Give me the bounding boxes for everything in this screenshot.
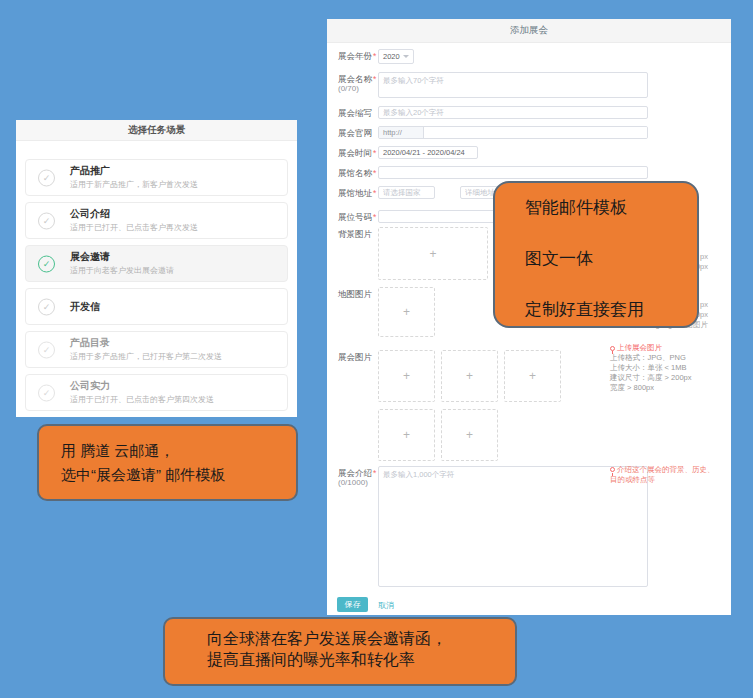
website-input[interactable]: [424, 127, 647, 138]
time-range-input[interactable]: [378, 146, 478, 159]
scenario-card-title: 公司介绍: [70, 208, 287, 220]
plus-icon: +: [529, 369, 536, 383]
venue-input[interactable]: [378, 166, 648, 179]
scenario-card-desc: 适用于向老客户发出展会邀请: [70, 265, 287, 276]
name-label: 展会名称* (0/70): [338, 72, 378, 94]
scenario-card[interactable]: ✓ 产品目录 适用于多产品推广，已打开客户第二次发送: [25, 331, 288, 368]
venue-label: 展馆名称*: [338, 166, 378, 178]
intro-counter: (0/1000): [338, 478, 378, 488]
scenario-card-desc: 适用于多产品推广，已打开客户第二次发送: [70, 351, 287, 362]
time-label: 展会时间*: [338, 146, 378, 158]
bg-image-upload[interactable]: +: [378, 227, 488, 280]
intro-input[interactable]: [378, 466, 648, 587]
website-input-wrap: http://: [378, 126, 648, 139]
map-image-label: 地图图片: [338, 287, 378, 299]
tip-icon: [610, 467, 615, 472]
scenario-panel: 选择任务场景 ✓ 产品推广 适用于新产品推广，新客户首次发送 ✓ 公司介绍 适用…: [16, 120, 297, 417]
map-image-upload[interactable]: +: [378, 287, 435, 337]
check-circle-icon: ✓: [38, 255, 55, 272]
callout-smart-template: 智能邮件模板图文一体定制好直接套用: [493, 181, 699, 328]
check-circle-icon: ✓: [38, 384, 55, 401]
abbr-label: 展会缩写: [338, 106, 378, 118]
scenario-card-desc: 适用于新产品推广，新客户首次发送: [70, 179, 287, 190]
plus-icon: +: [466, 369, 473, 383]
photo-upload[interactable]: +: [378, 350, 435, 402]
check-circle-icon: ✓: [38, 341, 55, 358]
photos-hint: 上传展会图片 上传格式：JPG、PNG上传大小：单张 < 1MB建议尺寸：高度 …: [610, 343, 720, 393]
tip-icon: [610, 346, 615, 351]
intro-hint: 介绍这个展会的背景、历史、目的或特点等: [610, 465, 716, 485]
address-label: 展馆地址*: [338, 186, 378, 198]
form-title: 添加展会: [327, 19, 731, 43]
year-select[interactable]: 2020: [378, 49, 414, 64]
chevron-down-icon: [403, 55, 409, 58]
plus-icon: +: [403, 305, 410, 319]
callout-select-tip: 用 腾道 云邮通，选中“展会邀请” 邮件模板: [37, 424, 298, 501]
photos-label: 展会图片: [338, 350, 378, 362]
scenario-card-title: 公司实力: [70, 380, 287, 392]
photo-upload[interactable]: +: [504, 350, 561, 402]
check-circle-icon: ✓: [38, 212, 55, 229]
photo-upload[interactable]: +: [441, 350, 498, 402]
name-counter: (0/70): [338, 84, 378, 94]
plus-icon: +: [429, 247, 436, 261]
scenario-card-desc: 适用于已打开、已点击客户再次发送: [70, 222, 287, 233]
scenario-card[interactable]: ✓ 开发信: [25, 288, 288, 325]
intro-label: 展会介绍* (0/1000): [338, 466, 378, 488]
scenario-card[interactable]: ✓ 公司实力 适用于已打开、已点击的客户第四次发送: [25, 374, 288, 411]
plus-icon: +: [403, 369, 410, 383]
name-input[interactable]: [378, 72, 648, 98]
plus-icon: +: [403, 428, 410, 442]
scenario-panel-title: 选择任务场景: [16, 120, 297, 141]
year-label: 展会年份*: [338, 49, 378, 61]
booth-label: 展位号码*: [338, 210, 378, 222]
url-prefix: http://: [379, 127, 424, 138]
scenario-card[interactable]: ✓ 公司介绍 适用于已打开、已点击客户再次发送: [25, 202, 288, 239]
photo-grid: + + + + +: [378, 350, 570, 461]
country-input[interactable]: [378, 186, 435, 199]
scenario-card-title: 产品目录: [70, 337, 287, 349]
check-circle-icon: ✓: [38, 298, 55, 315]
bg-image-label: 背景图片: [338, 227, 378, 239]
save-button[interactable]: 保存: [337, 597, 368, 612]
scenario-card-title: 展会邀请: [70, 251, 287, 263]
website-label: 展会官网: [338, 126, 378, 138]
plus-icon: +: [466, 428, 473, 442]
scenario-card[interactable]: ✓ 展会邀请 适用于向老客户发出展会邀请: [25, 245, 288, 282]
scenario-card[interactable]: ✓ 产品推广 适用于新产品推广，新客户首次发送: [25, 159, 288, 196]
scenario-card-desc: 适用于已打开、已点击的客户第四次发送: [70, 394, 287, 405]
photo-upload[interactable]: +: [378, 409, 435, 461]
abbr-input[interactable]: [378, 106, 648, 119]
cancel-button[interactable]: 取消: [378, 600, 394, 611]
callout-send-tip: 向全球潜在客户发送展会邀请函，提高直播间的曝光率和转化率: [163, 617, 517, 686]
photo-upload[interactable]: +: [441, 409, 498, 461]
scenario-card-title: 产品推广: [70, 165, 287, 177]
scenario-card-title: 开发信: [70, 301, 287, 313]
scenario-list: ✓ 产品推广 适用于新产品推广，新客户首次发送 ✓ 公司介绍 适用于已打开、已点…: [16, 141, 297, 411]
photos-hint-title: 上传展会图片: [610, 343, 720, 353]
check-circle-icon: ✓: [38, 169, 55, 186]
